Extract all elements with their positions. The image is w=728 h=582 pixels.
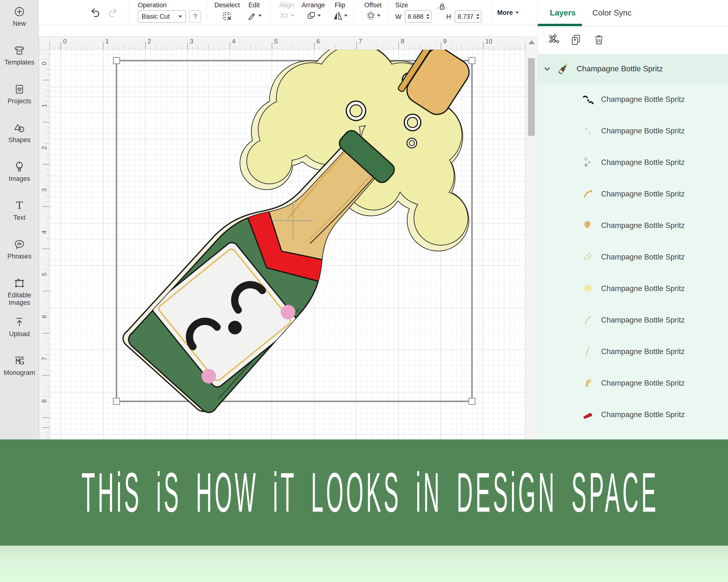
layer-row-label: Champagne Bottle Spritz xyxy=(601,410,685,419)
redo-button[interactable] xyxy=(107,7,120,20)
layer-row-5[interactable]: Champagne Bottle Spritz xyxy=(538,210,728,241)
layer-row-label: Champagne Bottle Spritz xyxy=(601,158,685,167)
sidebar-item-text[interactable]: T Text xyxy=(0,194,39,233)
sidebar-item-new[interactable]: New xyxy=(0,0,39,39)
thumb-pink-dots xyxy=(580,123,596,139)
chevron-down-icon xyxy=(317,15,321,17)
v-ruler-number: 2 xyxy=(41,144,48,152)
sidebar-item-editable-images[interactable]: Editable Images xyxy=(0,272,39,310)
chevron-down-icon xyxy=(344,15,347,17)
layer-row-6[interactable]: Champagne Bottle Spritz xyxy=(538,241,728,273)
duplicate-icon[interactable] xyxy=(570,33,583,47)
operation-select[interactable]: Basic Cut xyxy=(138,10,186,23)
tab-layers[interactable]: Layers xyxy=(550,0,576,26)
sidebar-item-templates[interactable]: Templates xyxy=(0,39,39,78)
layer-row-label: Champagne Bottle Spritz xyxy=(601,284,685,293)
operation-value: Basic Cut xyxy=(142,13,179,20)
lock-button[interactable] xyxy=(437,2,447,12)
layers-panel: Layers Color Sync xyxy=(538,0,728,439)
align-label: Align xyxy=(276,1,298,9)
undo-button[interactable] xyxy=(88,7,101,20)
sidebar-item-phrases[interactable]: Phrases xyxy=(0,233,39,272)
width-input[interactable]: 8.688 xyxy=(405,10,432,23)
sidebar-item-label: Text xyxy=(14,214,25,221)
champagne-bottle-emoji xyxy=(557,62,569,76)
thumb-tan-line xyxy=(580,312,596,328)
layer-row-9[interactable]: Champagne Bottle Spritz xyxy=(538,336,728,367)
h-ruler-number: 2 xyxy=(148,37,151,45)
canvas-scrollbar[interactable] xyxy=(525,36,538,439)
h-ruler-number: 8 xyxy=(401,37,404,45)
chevron-down-icon xyxy=(377,15,381,17)
layer-row-label: Champagne Bottle Spritz xyxy=(601,95,685,104)
layer-row-11[interactable]: Champagne Bottle Spritz xyxy=(538,399,728,431)
width-label: W xyxy=(395,13,401,21)
deselect-button[interactable]: Deselect xyxy=(212,1,242,24)
h-ruler-number: 6 xyxy=(316,37,320,45)
thumb-tan-curve xyxy=(580,186,596,202)
edit-button[interactable]: Edit xyxy=(244,1,264,22)
scrollbar-thumb[interactable] xyxy=(528,58,535,136)
layer-row-7[interactable]: Champagne Bottle Spritz xyxy=(538,273,728,304)
v-ruler-number: 6 xyxy=(41,312,48,321)
more-button[interactable]: More xyxy=(497,0,519,25)
height-input[interactable]: 8.737 xyxy=(455,10,482,23)
layer-actions xyxy=(538,26,728,54)
layer-row-3[interactable]: Champagne Bottle Spritz xyxy=(538,147,728,178)
layer-row-label: Champagne Bottle Spritz xyxy=(601,127,685,135)
design-canvas[interactable] xyxy=(50,50,525,439)
thumb-red-wedge xyxy=(580,407,596,422)
layer-row-2[interactable]: Champagne Bottle Spritz xyxy=(538,115,728,147)
toolbar-separator xyxy=(388,2,389,22)
h-ruler-number: 0 xyxy=(63,37,67,45)
v-ruler-number: 4 xyxy=(41,228,48,237)
sidebar-item-projects[interactable]: Projects xyxy=(0,78,39,116)
sidebar-item-images[interactable]: Images xyxy=(0,155,39,194)
sidebar-item-shapes[interactable]: Shapes xyxy=(0,116,39,155)
thumb-cream-blob xyxy=(580,281,596,296)
plus-circle-icon xyxy=(13,5,26,18)
h-ruler-number: 9 xyxy=(443,37,446,45)
group-weld-icon[interactable] xyxy=(547,33,561,47)
tshirt-icon xyxy=(13,44,26,57)
width-stepper[interactable] xyxy=(424,11,431,22)
size-label: Size xyxy=(395,1,408,9)
arrange-icon xyxy=(306,10,316,21)
layer-row-8[interactable]: Champagne Bottle Spritz xyxy=(538,304,728,336)
layer-row-4[interactable]: Champagne Bottle Spritz xyxy=(538,178,728,210)
help-button[interactable]: ? xyxy=(189,10,201,23)
canvas-area: 01234567891011 0123456789 xyxy=(39,25,538,439)
v-ruler-number: 0 xyxy=(41,59,48,68)
sidebar-item-label: Shapes xyxy=(8,136,31,144)
upload-icon xyxy=(13,316,26,328)
v-ruler-number: 5 xyxy=(41,270,48,279)
flip-button[interactable]: Flip xyxy=(329,1,351,22)
sidebar-item-upload[interactable]: Upload xyxy=(0,310,39,349)
delete-icon[interactable] xyxy=(592,33,606,47)
layer-group-header[interactable]: Champagne Bottle Spritz xyxy=(538,54,728,84)
v-ruler-number: 7 xyxy=(41,355,48,363)
chevron-down-icon[interactable] xyxy=(543,65,551,73)
offset-button[interactable]: Offset xyxy=(361,1,385,22)
h-ruler-number: 4 xyxy=(232,37,235,45)
layer-row-1[interactable]: Champagne Bottle Spritz xyxy=(538,84,728,115)
scroll-up-icon[interactable] xyxy=(528,40,535,44)
tab-color-sync[interactable]: Color Sync xyxy=(592,0,631,26)
thumb-cork-blob xyxy=(580,218,596,233)
height-stepper[interactable] xyxy=(474,11,481,22)
layer-group-title: Champagne Bottle Spritz xyxy=(577,64,663,73)
artwork-svg xyxy=(50,50,525,439)
sidebar-item-monogram[interactable]: Monogram xyxy=(0,349,39,388)
layer-row-label: Champagne Bottle Spritz xyxy=(601,221,685,230)
h-ruler-number: 7 xyxy=(359,37,362,45)
layer-row-label: Champagne Bottle Spritz xyxy=(601,253,685,261)
thumb-face-squiggles xyxy=(580,92,596,107)
thumb-tan-line-2 xyxy=(580,344,596,359)
layer-row-10[interactable]: Champagne Bottle Spritz xyxy=(538,367,728,399)
arrange-button[interactable]: Arrange xyxy=(300,1,327,22)
chevron-down-icon xyxy=(179,16,182,18)
v-ruler-number: 3 xyxy=(41,186,48,194)
text-icon: T xyxy=(13,199,26,212)
shapes-icon xyxy=(13,122,26,134)
help-label: ? xyxy=(193,13,197,20)
